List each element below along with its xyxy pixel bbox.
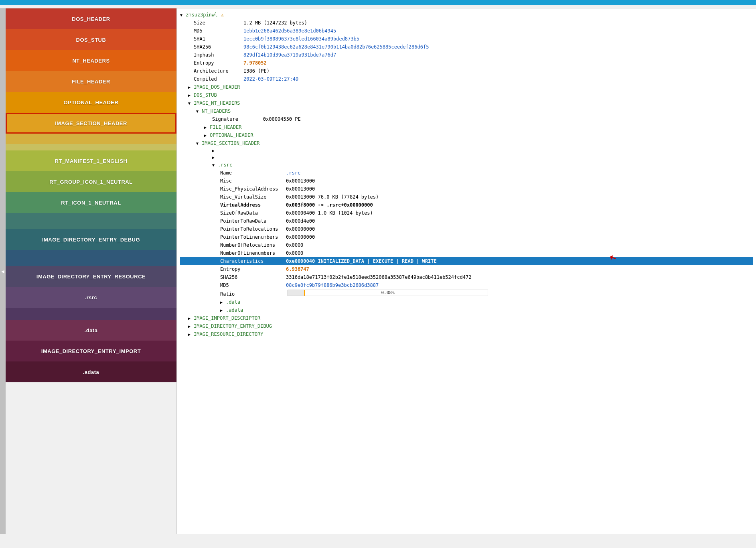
menu-bar xyxy=(0,5,756,8)
collapse-handle[interactable]: ◀ xyxy=(0,8,6,534)
section-rt-manifest[interactable]: RT_MANIFEST_1_ENGLISH xyxy=(6,150,176,171)
rsrc-val-virtualaddress: 0x003f8000 -> .rsrc+0x00000000 xyxy=(286,201,373,209)
field-key-compiled: Compiled xyxy=(194,75,242,83)
data-label[interactable]: .data xyxy=(226,298,240,306)
nt-headers-row: ▼ NT_HEADERS xyxy=(180,107,753,115)
rsrc-field-sha256: SHA2563316da18e71713f02b2fe1e518eed35206… xyxy=(180,273,753,281)
resource-dir-label[interactable]: IMAGE_RESOURCE_DIRECTORY xyxy=(194,331,263,338)
optional-header-toggle[interactable]: ▶ xyxy=(204,132,210,138)
section-unnamed5[interactable] xyxy=(6,308,176,320)
rsrc-field-characteristics: Characteristics0xe0000040 INITIALIZED_DA… xyxy=(180,257,753,265)
root-toggle[interactable]: ▼ xyxy=(180,12,186,18)
section-image-dir-import[interactable]: IMAGE_DIRECTORY_ENTRY_IMPORT xyxy=(6,341,176,361)
field-key-size: Size xyxy=(194,19,242,26)
section-child2-row: ▶ xyxy=(180,154,753,161)
field-val-compiled[interactable]: 2022-03-09T12:27:49 xyxy=(243,75,298,83)
section-file-header[interactable]: FILE_HEADER xyxy=(6,71,176,92)
section-data[interactable]: .data xyxy=(6,320,176,341)
rsrc-label[interactable]: .rsrc xyxy=(218,161,232,168)
rsrc-val-md5[interactable]: 08c9e0fc9b79f886b9e3bcb2686d3887 xyxy=(286,282,379,289)
field-key-sha1: SHA1 xyxy=(194,35,242,43)
adata-row: ▶ .adata xyxy=(180,306,753,314)
section-child2-toggle[interactable]: ▶ xyxy=(212,154,218,160)
field-key-sha256: SHA256 xyxy=(194,43,242,51)
nt-headers-toggle[interactable]: ▼ xyxy=(188,100,194,106)
menu-file[interactable] xyxy=(2,6,6,7)
rsrc-field-md5: MD508c9e0fc9b79f886b9e3bcb2686d3887 xyxy=(180,281,753,289)
field-compiled: Compiled2022-03-09T12:27:49 xyxy=(180,75,753,83)
rsrc-val-characteristics: 0xe0000040 INITIALIZED_DATA | EXECUTE | … xyxy=(286,258,437,265)
file-header-toggle[interactable]: ▶ xyxy=(204,124,210,130)
dir-debug-toggle[interactable]: ▶ xyxy=(188,323,194,329)
dos-header-label[interactable]: IMAGE_DOS_HEADER xyxy=(194,83,240,91)
root-label[interactable]: zmsuz3pinwl xyxy=(186,11,217,18)
field-val-entropy: 7.978052 xyxy=(243,59,267,67)
rsrc-field-numberofrelocations: NumberOfRelocations0x0000 xyxy=(180,241,753,249)
dir-debug-label[interactable]: IMAGE_DIRECTORY_ENTRY_DEBUG xyxy=(194,323,272,330)
field-val-sha1[interactable]: 1ecc0b9f380896373e8led166034a89bded873b5 xyxy=(243,35,359,43)
section-header-toggle[interactable]: ▼ xyxy=(196,140,202,146)
rsrc-key-ratio: Ratio xyxy=(220,290,284,298)
left-panel: ◀ DOS_HEADERDOS_STUBNT_HEADERSFILE_HEADE… xyxy=(0,8,176,534)
section-image-section-header[interactable]: IMAGE_SECTION_HEADER xyxy=(6,113,176,134)
field-key-imphash: Imphash xyxy=(194,51,242,59)
field-architecture: ArchitectureI386 (PE) xyxy=(180,67,753,75)
section-unnamed4[interactable] xyxy=(6,250,176,266)
ratio-bar-marker xyxy=(304,290,305,296)
rsrc-toggle[interactable]: ▼ xyxy=(212,162,218,168)
nt-headers-label[interactable]: IMAGE_NT_HEADERS xyxy=(194,99,240,107)
right-panel: ▼ zmsuz3pinwl ⚠ Size1.2 MB (1247232 byte… xyxy=(176,8,756,534)
field-size: Size1.2 MB (1247232 bytes) xyxy=(180,19,753,27)
rsrc-key-pointertorawdata: PointerToRawData xyxy=(220,217,284,225)
rsrc-val-entropy: 6.938747 xyxy=(286,266,309,273)
main-container: ◀ DOS_HEADERDOS_STUBNT_HEADERSFILE_HEADE… xyxy=(0,8,756,534)
section-header-label[interactable]: IMAGE_SECTION_HEADER xyxy=(202,140,260,147)
dos-stub-label[interactable]: DOS_STUB xyxy=(194,91,217,99)
field-key-md5: MD5 xyxy=(194,27,242,35)
field-val-sha256[interactable]: 98c6cf0b129438ec62a628e8431e790b114ba0d8… xyxy=(243,43,429,51)
section-image-dir-resource[interactable]: IMAGE_DIRECTORY_ENTRY_RESOURCE xyxy=(6,266,176,287)
resource-dir-row: ▶ IMAGE_RESOURCE_DIRECTORY xyxy=(180,330,753,338)
data-row: ▶ .data xyxy=(180,298,753,306)
nt-headers-child-label[interactable]: NT_HEADERS xyxy=(202,108,231,115)
menu-help[interactable] xyxy=(12,6,15,7)
dos-header-toggle[interactable]: ▶ xyxy=(188,84,194,90)
adata-toggle[interactable]: ▶ xyxy=(220,307,226,313)
rsrc-key-misc: Misc xyxy=(220,177,284,185)
section-adata[interactable]: .adata xyxy=(6,361,176,382)
section-optional-header[interactable]: OPTIONAL_HEADER xyxy=(6,92,176,113)
section-unnamed3[interactable] xyxy=(6,213,176,229)
rsrc-key-virtualaddress: VirtualAddress xyxy=(220,201,284,209)
rsrc-field-sizeofrawdata: SizeOfRawData0x00000400 1.0 KB (1024 byt… xyxy=(180,209,753,217)
nt-headers-child-toggle[interactable]: ▼ xyxy=(196,108,202,114)
file-header-label[interactable]: FILE_HEADER xyxy=(210,124,241,131)
rsrc-field-ratio: Ratio0.08% xyxy=(180,289,753,298)
rsrc-key-numberofrelocations: NumberOfRelocations xyxy=(220,242,284,249)
file-header-row: ▶ FILE_HEADER xyxy=(180,123,753,131)
adata-label[interactable]: .adata xyxy=(226,306,243,314)
field-val-md5[interactable]: 1ebb1e268a462d56a389e8e1d06b4945 xyxy=(243,27,336,35)
optional-header-label[interactable]: OPTIONAL_HEADER xyxy=(210,132,253,139)
section-child1-toggle[interactable]: ▶ xyxy=(212,148,218,154)
import-descriptor-toggle[interactable]: ▶ xyxy=(188,315,194,321)
section-image-dir-debug[interactable]: IMAGE_DIRECTORY_ENTRY_DEBUG xyxy=(6,229,176,250)
field-imphash: Imphash829df24b10d39ea3719a931bde7a76d7 xyxy=(180,51,753,59)
section-unnamed2[interactable] xyxy=(6,144,176,150)
section-rt-group-icon[interactable]: RT_GROUP_ICON_1_NEUTRAL xyxy=(6,171,176,192)
resource-dir-toggle[interactable]: ▶ xyxy=(188,331,194,337)
dos-stub-toggle[interactable]: ▶ xyxy=(188,92,194,98)
field-md5: MD51ebb1e268a462d56a389e8e1d06b4945 xyxy=(180,27,753,35)
rsrc-key-md5: MD5 xyxy=(220,282,284,289)
tree-container: ▼ zmsuz3pinwl ⚠ Size1.2 MB (1247232 byte… xyxy=(177,8,756,341)
data-toggle[interactable]: ▶ xyxy=(220,299,226,305)
section-rsrc[interactable]: .rsrc xyxy=(6,287,176,308)
image-section-header-row: ▼ IMAGE_SECTION_HEADER xyxy=(180,139,753,147)
section-dos-header[interactable]: DOS_HEADER xyxy=(6,8,176,29)
field-val-imphash[interactable]: 829df24b10d39ea3719a931bde7a76d7 xyxy=(243,51,336,59)
section-rt-icon[interactable]: RT_ICON_1_NEUTRAL xyxy=(6,192,176,213)
section-unnamed1[interactable] xyxy=(6,134,176,144)
import-descriptor-label[interactable]: IMAGE_IMPORT_DESCRIPTOR xyxy=(194,315,260,322)
rsrc-val-name[interactable]: .rsrc xyxy=(286,169,300,177)
section-nt-headers[interactable]: NT_HEADERS xyxy=(6,50,176,71)
section-dos-stub[interactable]: DOS_STUB xyxy=(6,29,176,50)
